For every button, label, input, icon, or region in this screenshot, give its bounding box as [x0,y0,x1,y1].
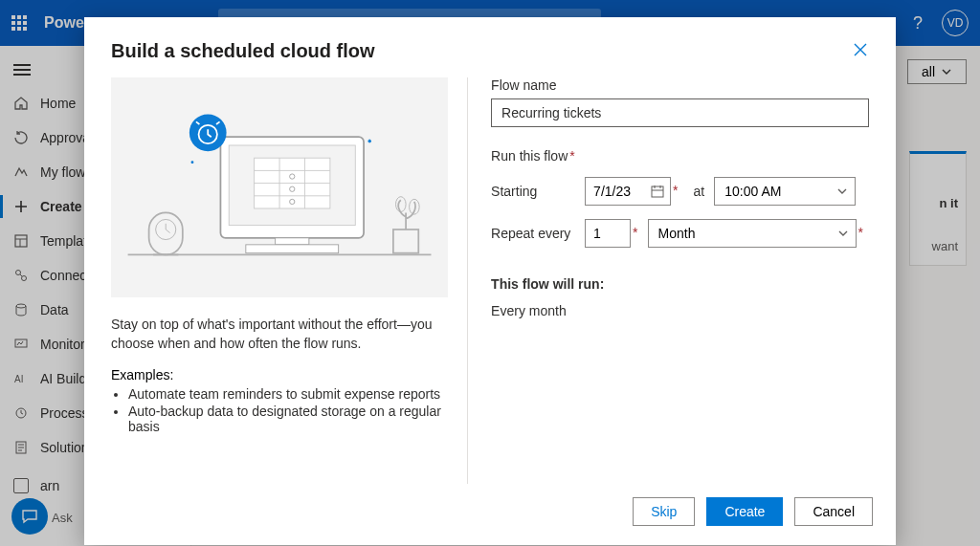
examples-heading: Examples: [111,367,448,382]
repeat-unit-select[interactable] [648,219,857,248]
flow-name-input[interactable] [491,98,869,127]
svg-rect-21 [246,245,339,253]
close-icon [852,41,869,58]
flow-name-label: Flow name [491,77,869,93]
run-summary-text: Every month [491,303,869,318]
skip-button[interactable]: Skip [633,497,695,526]
run-this-flow-label: Run this flow* [491,148,869,164]
examples-list: Automate team reminders to submit expens… [128,386,448,434]
scheduled-flow-dialog: Build a scheduled cloud flow [84,17,896,545]
example-item: Automate team reminders to submit expens… [128,386,448,402]
required-mark: * [633,219,637,240]
starting-time-select[interactable] [714,177,856,206]
required-mark: * [858,219,863,240]
cancel-button[interactable]: Cancel [794,497,873,526]
starting-label: Starting [491,184,585,199]
required-mark: * [673,177,678,198]
create-button[interactable]: Create [706,497,783,526]
svg-rect-29 [652,186,663,197]
run-summary-heading: This flow will run: [491,276,869,292]
example-item: Auto-backup data to designated storage o… [128,404,448,434]
repeat-count-input[interactable] [585,219,631,248]
close-button[interactable] [852,41,869,62]
svg-rect-26 [393,229,418,253]
at-label: at [694,184,705,199]
repeat-label: Repeat every [491,226,585,241]
dialog-description: Stay on top of what's important without … [111,315,448,354]
calendar-icon[interactable] [650,184,665,199]
illustration [111,77,448,297]
svg-rect-20 [276,238,309,245]
svg-point-27 [396,197,407,212]
dialog-title: Build a scheduled cloud flow [111,40,375,62]
